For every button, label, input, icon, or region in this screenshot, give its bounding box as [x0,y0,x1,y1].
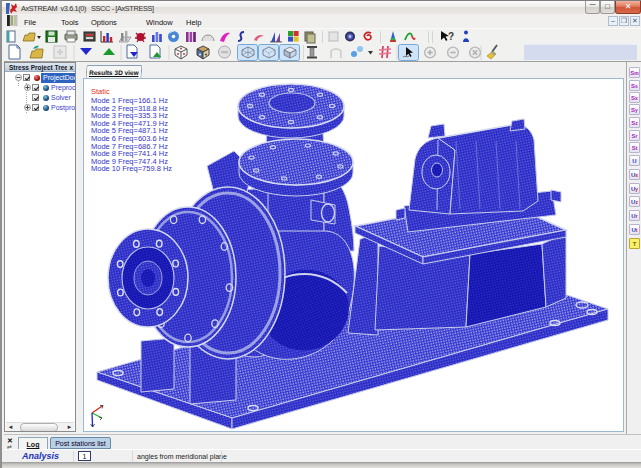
svg-text:?: ? [448,31,454,42]
